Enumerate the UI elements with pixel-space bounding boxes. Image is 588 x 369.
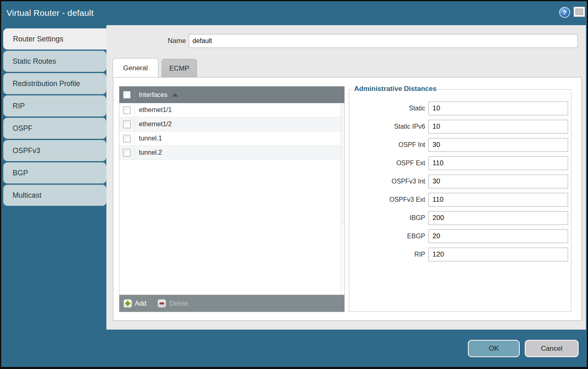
header-checkbox-cell [119, 86, 135, 103]
row-checkbox[interactable] [123, 135, 131, 142]
interface-name: tunnel.1 [139, 135, 162, 142]
ospfv3-ext-input[interactable] [428, 193, 568, 207]
field-row-ospfv3-ext: OSPFv3 Ext [349, 193, 571, 207]
fieldset-rows: Static Static IPv6 OSPF Int OSPF Ext [349, 90, 571, 261]
row-checkbox-cell [119, 146, 135, 160]
sort-ascending-icon [172, 93, 178, 97]
interface-name: ethernet1/1 [139, 106, 172, 114]
general-tab-panel: Interfaces ethernet1/1 ethernet [113, 77, 582, 321]
row-checkbox-cell [119, 132, 135, 145]
field-label: OSPF Int [349, 141, 425, 149]
sidebar-item-redistribution-profile[interactable]: Redistribution Profile [3, 73, 106, 94]
dialog-titlebar: Virtual Router - default ? [1, 1, 587, 25]
ebgp-input[interactable] [428, 229, 568, 243]
field-label: Static IPv6 [349, 123, 425, 130]
row-checkbox[interactable] [123, 106, 131, 114]
sidebar-item-router-settings[interactable]: Router Settings [3, 28, 106, 50]
name-input[interactable] [189, 34, 578, 48]
rip-input[interactable] [428, 248, 568, 261]
grid-scrollbar-thumb[interactable] [341, 103, 344, 224]
field-row-static-ipv6: Static IPv6 [349, 120, 571, 134]
cancel-button[interactable]: Cancel [525, 340, 579, 357]
virtual-router-dialog: Virtual Router - default ? Router Settin… [1, 1, 587, 367]
interface-name: tunnel.2 [139, 149, 162, 156]
maximize-icon[interactable] [573, 6, 585, 17]
ospf-ext-input[interactable] [428, 156, 568, 170]
table-row[interactable]: ethernet1/2 [119, 117, 341, 132]
minus-icon [158, 299, 166, 308]
dialog-title: Virtual Router - default [6, 1, 94, 25]
tab-ecmp[interactable]: ECMP [162, 59, 197, 77]
sidebar-item-ospf[interactable]: OSPF [3, 118, 106, 139]
row-checkbox[interactable] [123, 149, 131, 157]
interfaces-grid-header[interactable]: Interfaces [119, 86, 344, 103]
field-row-ospf-int: OSPF Int [349, 138, 571, 152]
delete-button-label: Delete [169, 300, 188, 307]
ibgp-input[interactable] [428, 211, 568, 225]
row-checkbox[interactable] [123, 121, 131, 128]
field-label: OSPF Ext [349, 160, 425, 167]
field-row-ospf-ext: OSPF Ext [349, 156, 571, 170]
ospf-int-input[interactable] [428, 138, 568, 152]
sidebar-item-ospfv3[interactable]: OSPFv3 [3, 140, 106, 161]
field-label: Static [349, 105, 425, 112]
ospfv3-int-input[interactable] [428, 175, 568, 188]
field-label: IBGP [349, 214, 425, 222]
table-row[interactable]: tunnel.1 [119, 132, 341, 146]
grid-scrollbar[interactable] [341, 103, 344, 295]
help-icon[interactable]: ? [559, 7, 570, 18]
static-ipv6-input[interactable] [428, 120, 568, 134]
row-checkbox-cell [119, 117, 135, 131]
plus-icon [123, 299, 132, 308]
field-row-ebgp: EBGP [349, 229, 571, 243]
field-label: EBGP [349, 233, 425, 240]
static-input[interactable] [428, 101, 568, 115]
field-row-ospfv3-int: OSPFv3 Int [349, 175, 571, 188]
ok-button[interactable]: OK [468, 340, 520, 357]
table-row[interactable]: ethernet1/1 [119, 103, 341, 117]
field-row-rip: RIP [349, 248, 571, 261]
help-glyph: ? [563, 9, 566, 16]
maximize-icon-inner [575, 9, 583, 15]
interfaces-grid-footer: Add Delete [119, 295, 344, 312]
add-button-label: Add [135, 300, 146, 307]
tab-general[interactable]: General [112, 58, 158, 77]
field-label: RIP [349, 251, 425, 258]
sidebar: Router Settings Static Routes Redistribu… [1, 25, 106, 367]
sidebar-item-static-routes[interactable]: Static Routes [3, 51, 106, 72]
interfaces-column-header[interactable]: Interfaces [139, 91, 167, 99]
administrative-distances-fieldset: Administrative Distances Static Static I… [349, 89, 571, 312]
field-row-ibgp: IBGP [349, 211, 571, 225]
delete-button[interactable]: Delete [158, 299, 188, 308]
select-all-checkbox[interactable] [123, 91, 131, 99]
interfaces-grid: Interfaces ethernet1/1 ethernet [119, 86, 345, 312]
interfaces-grid-body: ethernet1/1 ethernet1/2 tunnel.1 [119, 103, 344, 295]
screen-frame: Virtual Router - default ? Router Settin… [0, 0, 588, 369]
name-label: Name [106, 34, 186, 48]
sidebar-item-multicast[interactable]: Multicast [3, 185, 106, 206]
sidebar-item-rip[interactable]: RIP [3, 95, 106, 117]
table-row[interactable]: tunnel.2 [119, 146, 341, 160]
row-checkbox-cell [119, 103, 135, 117]
add-button[interactable]: Add [123, 299, 146, 308]
fieldset-legend: Administrative Distances [352, 85, 439, 93]
content-area: Name General ECMP Interfaces [106, 25, 586, 330]
field-label: OSPFv3 Ext [349, 196, 425, 203]
field-row-static: Static [349, 101, 571, 115]
field-label: OSPFv3 Int [349, 178, 425, 185]
sidebar-item-bgp[interactable]: BGP [3, 162, 106, 183]
interface-name: ethernet1/2 [139, 121, 172, 128]
